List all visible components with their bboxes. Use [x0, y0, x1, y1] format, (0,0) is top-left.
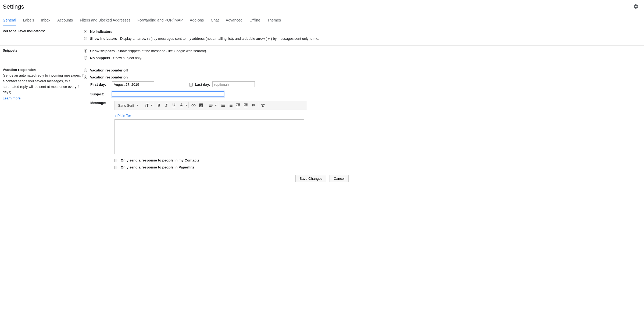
last-day-checkbox[interactable] — [189, 83, 193, 87]
editor-toolbar: Sans Serif — [115, 101, 307, 110]
indent-more-icon[interactable] — [242, 102, 249, 109]
font-family-value: Sans Serif — [118, 103, 134, 107]
image-icon[interactable] — [197, 102, 205, 109]
gear-icon[interactable] — [633, 4, 639, 10]
link-icon[interactable] — [190, 102, 197, 109]
checkbox-domain-only-label: Only send a response to people in Paperf… — [121, 165, 195, 169]
page-title: Settings — [3, 3, 24, 10]
checkbox-contacts-only[interactable] — [115, 159, 118, 162]
tab-inbox[interactable]: Inbox — [41, 14, 50, 26]
message-label: Message: — [90, 101, 109, 105]
bold-icon[interactable] — [155, 102, 163, 109]
chevron-down-icon — [185, 105, 187, 106]
last-day-input[interactable] — [212, 81, 255, 87]
checkbox-contacts-only-label: Only send a response to people in my Con… — [121, 158, 199, 162]
radio-vacation-off[interactable] — [84, 69, 87, 72]
opt-vacation-on-text: Vacation responder on — [90, 75, 128, 79]
opt-show-indicators-desc: - Display an arrow ( › ) by messages sen… — [117, 37, 319, 41]
tab-general[interactable]: General — [3, 14, 16, 26]
settings-header: Settings — [0, 0, 644, 14]
message-body-input[interactable] — [115, 119, 304, 154]
radio-show-snippets[interactable] — [84, 49, 87, 53]
tab-chat[interactable]: Chat — [211, 14, 219, 26]
tab-addons[interactable]: Add-ons — [190, 14, 204, 26]
radio-show-indicators[interactable] — [84, 37, 87, 40]
radio-vacation-on[interactable] — [84, 76, 87, 79]
tab-filters[interactable]: Filters and Blocked Addresses — [80, 14, 130, 26]
bulleted-list-icon[interactable] — [227, 102, 234, 109]
checkbox-domain-only[interactable] — [115, 166, 118, 169]
opt-show-indicators-bold: Show indicators — [90, 37, 117, 41]
align-icon[interactable] — [207, 102, 215, 109]
tab-forwarding[interactable]: Forwarding and POP/IMAP — [137, 14, 183, 26]
opt-no-snippets-bold: No snippets — [90, 56, 110, 60]
last-day-label: Last day: — [195, 82, 210, 87]
remove-formatting-icon[interactable] — [259, 102, 267, 109]
chevron-down-icon — [151, 105, 153, 106]
section-vacation-responder: Vacation responder: (sends an automated … — [0, 65, 644, 172]
opt-no-indicators-text: No indicators — [90, 30, 112, 34]
chevron-down-icon — [215, 105, 217, 106]
tab-accounts[interactable]: Accounts — [57, 14, 73, 26]
opt-show-snippets-desc: - Show snippets of the message (like Goo… — [115, 49, 207, 53]
text-color-icon[interactable] — [178, 102, 185, 109]
tab-labels[interactable]: Labels — [23, 14, 34, 26]
svg-rect-0 — [180, 107, 183, 107]
subject-input[interactable] — [112, 91, 224, 97]
cancel-button[interactable]: Cancel — [330, 175, 348, 182]
font-size-icon[interactable] — [143, 102, 151, 109]
underline-icon[interactable] — [170, 102, 178, 109]
italic-icon[interactable] — [163, 102, 170, 109]
numbered-list-icon[interactable] — [219, 102, 227, 109]
first-day-label: First day: — [90, 82, 109, 87]
opt-vacation-off-text: Vacation responder off — [90, 68, 128, 72]
indent-less-icon[interactable] — [234, 102, 242, 109]
radio-no-snippets[interactable] — [84, 56, 87, 60]
vacation-label: Vacation responder: — [3, 68, 36, 72]
tab-offline[interactable]: Offline — [249, 14, 260, 26]
vacation-learn-more-link[interactable]: Learn more — [3, 96, 20, 100]
tab-themes[interactable]: Themes — [267, 14, 281, 26]
tab-advanced[interactable]: Advanced — [226, 14, 242, 26]
plain-text-link[interactable]: « Plain Text — [115, 114, 133, 118]
first-day-input[interactable] — [112, 81, 154, 87]
quote-icon[interactable] — [249, 102, 257, 109]
radio-no-indicators[interactable] — [84, 30, 87, 33]
snippets-label: Snippets: — [3, 48, 19, 52]
chevron-down-icon — [136, 105, 138, 106]
save-changes-button[interactable]: Save Changes — [295, 175, 326, 182]
opt-no-snippets-desc: - Show subject only. — [110, 56, 142, 60]
footer-buttons: Save Changes Cancel — [0, 172, 644, 188]
font-family-dropdown[interactable]: Sans Serif — [116, 103, 141, 107]
section-snippets: Snippets: Show snippets - Show snippets … — [0, 46, 644, 65]
opt-show-snippets-bold: Show snippets — [90, 49, 115, 53]
personal-indicators-label: Personal level indicators: — [3, 29, 45, 33]
vacation-desc: (sends an automated reply to incoming me… — [3, 73, 84, 95]
subject-label: Subject: — [90, 92, 109, 96]
settings-tabs: General Labels Inbox Accounts Filters an… — [0, 14, 644, 26]
section-personal-indicators: Personal level indicators: No indicators… — [0, 26, 644, 46]
